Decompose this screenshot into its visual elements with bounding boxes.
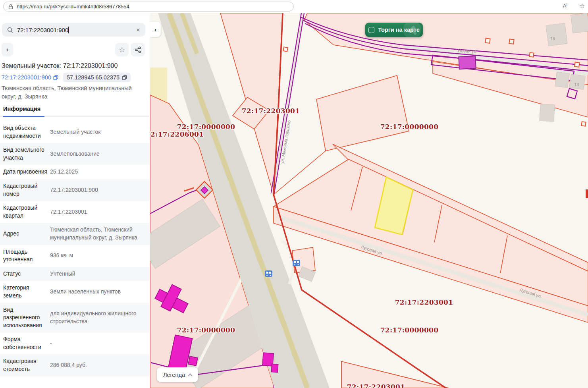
collapse-panel-button[interactable]: ‹ xyxy=(150,22,161,37)
house-number: 16 xyxy=(550,36,555,41)
search-icon xyxy=(7,27,13,33)
table-row: Кадастровый квартал72:17:2203001 xyxy=(0,201,150,223)
address-bar[interactable]: https://map.ru/pkk?ysclid=mmk4htld8r5867… xyxy=(3,2,294,12)
house-number: 13 xyxy=(574,82,579,87)
tab-bar: Информация xyxy=(0,105,150,117)
quarter-label: 72:17:2203001 xyxy=(242,107,300,115)
back-button[interactable]: ‹ xyxy=(2,43,13,56)
page-title: Земельный участок: 72:17:2203001:900 xyxy=(2,62,147,69)
search-input[interactable]: 72:17:2203001:900 × xyxy=(2,23,145,37)
browser-toolbar: https://map.ru/pkk?ysclid=mmk4htld8r5867… xyxy=(0,0,588,13)
bus-stop-icon xyxy=(293,260,300,266)
favorite-button[interactable]: ☆ xyxy=(115,43,129,56)
quarter-label: 72:17:0000000 xyxy=(177,123,235,131)
parcel-info-panel: 72:17:2203001:900 × ‹ ☆ Земельный участо… xyxy=(0,13,150,388)
table-row: Категория земельЗемли населенных пунктов xyxy=(0,281,150,303)
quarter-label: 72:17:2203001 xyxy=(347,383,405,388)
table-row: Дата присвоения25.12.2025 xyxy=(0,165,150,179)
table-row: Форма собственности- xyxy=(0,332,150,354)
legend-label: Легенда xyxy=(163,372,185,378)
quarter-label: 72:17:0000000 xyxy=(177,326,235,334)
clear-search-icon[interactable]: × xyxy=(136,27,140,33)
favorites-star-icon[interactable]: ☆ xyxy=(579,2,586,10)
quarter-label: 72:17:0000000 xyxy=(380,123,439,131)
magenta-parcel xyxy=(459,56,476,69)
copy-icon[interactable] xyxy=(53,75,58,80)
table-row: АдресТюменская область, Тюменский муници… xyxy=(0,223,150,245)
url-text[interactable]: https://map.ru/pkk?ysclid=mmk4htld8r5867… xyxy=(17,4,129,10)
parcel-address: Тюменская область, Тюменский муниципальн… xyxy=(2,84,146,101)
tab-information[interactable]: Информация xyxy=(3,106,44,117)
chevron-left-icon: ‹ xyxy=(154,26,156,33)
coordinates-chip[interactable]: 57.128945 65.02375 xyxy=(63,73,131,82)
torgi-toggle-button[interactable]: Торги на карте xyxy=(365,23,423,37)
table-row: Вид разрешенного использованиядля индиви… xyxy=(0,303,150,333)
bus-stop-icon xyxy=(265,270,272,277)
table-row: Кадастровый номер72:17:2203001:900 xyxy=(0,179,150,201)
cadastral-number-link[interactable]: 72:17:2203001:900 xyxy=(2,74,58,81)
table-row: Кадастровая стоимость286 088,4 руб. xyxy=(0,354,150,376)
torgi-label: Торги на карте xyxy=(378,27,420,33)
table-row: Вид земельного участкаЗемлепользование xyxy=(0,143,150,165)
quarter-label: 72:17:0000000 xyxy=(380,326,439,334)
panel-actions: ‹ ☆ xyxy=(2,43,145,56)
parcel-chips: 72:17:2203001:900 57.128945 65.02375 xyxy=(2,73,131,82)
info-table: Вид объекта недвижимостиЗемельный участо… xyxy=(0,121,150,376)
torgi-checkbox[interactable] xyxy=(368,27,374,33)
share-button[interactable] xyxy=(131,43,145,56)
quarter-label: 72:17:2203001 xyxy=(395,298,453,306)
read-aloud-icon[interactable]: A) xyxy=(563,3,567,9)
chevron-up-icon xyxy=(188,373,192,378)
quarter-label: 72:17:2206001 xyxy=(150,130,204,138)
map-canvas[interactable]: Новая ул. ул. Максима Горького Луговая у… xyxy=(150,13,588,388)
legend-button[interactable]: Легенда xyxy=(157,367,198,382)
lock-icon xyxy=(8,4,13,10)
screen: https://map.ru/pkk?ysclid=mmk4htld8r5867… xyxy=(0,0,588,388)
share-icon xyxy=(135,46,141,53)
cadastral-map[interactable]: Новая ул. ул. Максима Горького Луговая у… xyxy=(150,13,588,388)
table-row: СтатусУчтенный xyxy=(0,267,150,281)
table-row: Площадь уточненная936 кв. м xyxy=(0,245,150,267)
table-row: Вид объекта недвижимостиЗемельный участо… xyxy=(0,121,150,143)
copy-icon[interactable] xyxy=(122,75,127,80)
text-caret xyxy=(68,27,69,33)
search-value: 72:17:2203001:900 xyxy=(17,27,68,33)
